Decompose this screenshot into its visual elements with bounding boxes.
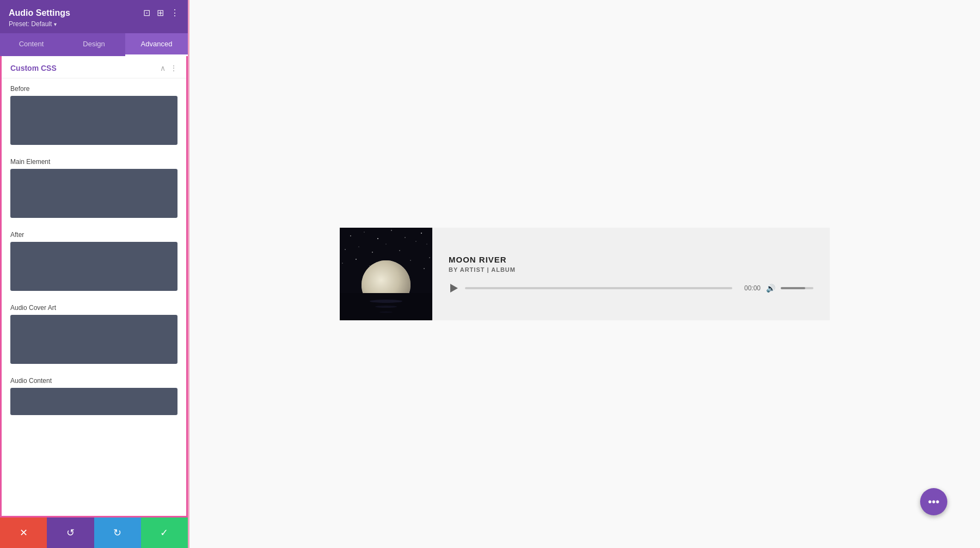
audio-controls: 00:00 🔊 [449,283,813,294]
svg-point-6 [421,233,422,234]
svg-point-3 [377,238,378,239]
css-audio-cover-art-label: Audio Cover Art [10,304,177,312]
sidebar-header: Audio Settings ⊡ ⊞ ⋮ Preset: Default ▾ [0,0,188,33]
fab-icon: ••• [928,496,939,508]
progress-bar[interactable] [465,287,732,289]
svg-point-8 [345,249,345,249]
album-art-svg [340,228,432,320]
sidebar-header-icons: ⊡ ⊞ ⋮ [143,8,179,18]
css-main-element-textarea[interactable] [10,169,177,218]
svg-point-24 [370,300,402,303]
audio-info: MOON RIVER BY ARTIST | ALBUM 00:00 🔊 [432,244,830,305]
custom-css-section-header: Custom CSS ∧ ⋮ [2,56,186,78]
tab-design[interactable]: Design [63,33,125,56]
tab-advanced[interactable]: Advanced [125,33,188,56]
custom-css-title: Custom CSS [10,64,57,72]
sidebar-tabs: Content Design Advanced [0,33,188,56]
play-button[interactable] [449,283,460,294]
volume-fill [781,287,805,289]
css-after-group: After [2,224,186,297]
dots-menu-icon[interactable]: ⋮ [170,8,179,18]
svg-point-25 [375,306,397,308]
css-before-group: Before [2,78,186,151]
preset-row: Preset: Default ▾ [9,20,179,28]
css-after-textarea[interactable] [10,242,177,291]
camera-icon[interactable]: ⊡ [143,8,150,18]
svg-point-10 [372,252,373,253]
svg-point-19 [424,268,425,269]
svg-point-1 [350,235,351,236]
time-display: 00:00 [738,284,761,292]
svg-point-4 [391,230,391,230]
more-options-icon[interactable]: ⋮ [170,64,177,72]
redo-button[interactable]: ↻ [94,517,141,548]
css-before-textarea[interactable] [10,96,177,145]
svg-point-12 [399,250,400,251]
audio-player: MOON RIVER BY ARTIST | ALBUM 00:00 🔊 [340,228,830,320]
svg-point-16 [356,259,357,260]
svg-point-11 [386,244,387,245]
collapse-icon[interactable]: ∧ [160,64,166,72]
css-audio-content-group: Audio Content [2,370,186,422]
sidebar-title: Audio Settings [9,8,70,18]
svg-point-14 [429,257,430,258]
svg-point-13 [415,241,416,241]
volume-slider[interactable] [781,287,813,289]
css-main-element-group: Main Element [2,151,186,224]
volume-icon[interactable]: 🔊 [766,284,775,293]
svg-point-2 [364,232,364,232]
tab-content[interactable]: Content [0,33,63,56]
svg-point-7 [427,244,427,245]
svg-point-26 [379,312,393,313]
css-after-label: After [10,231,177,239]
album-art [340,228,432,320]
sidebar-content: Custom CSS ∧ ⋮ Before Main Element After… [0,56,188,517]
cancel-button[interactable]: ✕ [0,517,47,548]
audio-artist: BY ARTIST | ALBUM [449,266,813,273]
preset-label: Preset: Default [9,20,52,28]
svg-point-17 [370,266,370,266]
css-audio-content-label: Audio Content [10,377,177,385]
settings-sidebar: Audio Settings ⊡ ⊞ ⋮ Preset: Default ▾ C… [0,0,189,548]
css-audio-cover-art-group: Audio Cover Art [2,297,186,370]
fab-button[interactable]: ••• [920,488,947,515]
audio-track-title: MOON RIVER [449,255,813,264]
css-audio-content-textarea[interactable] [10,388,177,415]
preset-chevron[interactable]: ▾ [54,21,57,27]
svg-point-5 [405,237,406,238]
play-icon [450,284,458,293]
grid-icon[interactable]: ⊞ [157,8,164,18]
css-audio-cover-art-textarea[interactable] [10,315,177,364]
svg-point-9 [358,246,359,247]
undo-button[interactable]: ↺ [47,517,94,548]
css-before-label: Before [10,85,177,93]
svg-point-15 [342,263,342,263]
main-content: MOON RIVER BY ARTIST | ALBUM 00:00 🔊 ••• [189,0,980,548]
save-button[interactable]: ✓ [141,517,188,548]
sidebar-toolbar: ✕ ↺ ↻ ✓ [0,517,188,548]
css-main-element-label: Main Element [10,158,177,166]
svg-point-18 [410,260,411,260]
